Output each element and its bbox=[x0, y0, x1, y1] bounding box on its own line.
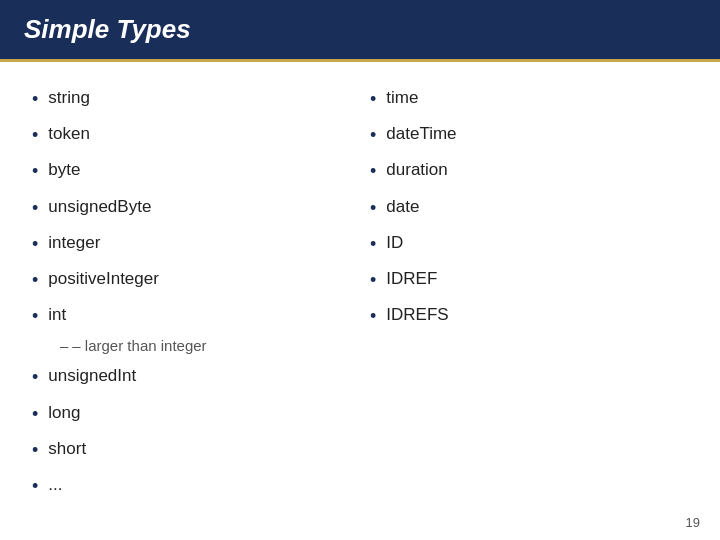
bullet-icon: • bbox=[32, 474, 38, 499]
list-item: •byte bbox=[32, 158, 350, 184]
right-column: •time•dateTime•duration•date•ID•IDREF•ID… bbox=[370, 86, 688, 516]
bullet-icon: • bbox=[32, 438, 38, 463]
list-item: •long bbox=[32, 401, 350, 427]
bullet-icon: • bbox=[370, 159, 376, 184]
bullet-icon: • bbox=[32, 365, 38, 390]
bullet-icon: • bbox=[370, 196, 376, 221]
bullet-icon: • bbox=[32, 304, 38, 329]
list-item: •positiveInteger bbox=[32, 267, 350, 293]
bullet-icon: • bbox=[32, 123, 38, 148]
list-item: •IDREF bbox=[370, 267, 688, 293]
list-item: •unsignedInt bbox=[32, 364, 350, 390]
bullet-icon: • bbox=[32, 87, 38, 112]
right-bullet-list: •time•dateTime•duration•date•ID•IDREF•ID… bbox=[370, 86, 688, 339]
list-item: •token bbox=[32, 122, 350, 148]
bullet-icon: • bbox=[32, 159, 38, 184]
list-item: •int bbox=[32, 303, 350, 329]
list-item: •date bbox=[370, 195, 688, 221]
slide: Simple Types •string•token•byte•unsigned… bbox=[0, 0, 720, 540]
bullet-icon: • bbox=[370, 87, 376, 112]
bullet-icon: • bbox=[370, 232, 376, 257]
bullet-icon: • bbox=[32, 196, 38, 221]
list-item: •ID bbox=[370, 231, 688, 257]
bullet-icon: • bbox=[370, 268, 376, 293]
note-text: –– larger than integer bbox=[60, 337, 350, 354]
slide-header: Simple Types bbox=[0, 0, 720, 62]
list-item: •unsignedByte bbox=[32, 195, 350, 221]
list-item: •... bbox=[32, 473, 350, 499]
list-item: •string bbox=[32, 86, 350, 112]
left-bullet-list: •string•token•byte•unsignedByte•integer•… bbox=[32, 86, 350, 339]
left-column: •string•token•byte•unsignedByte•integer•… bbox=[32, 86, 350, 516]
list-item: •IDREFS bbox=[370, 303, 688, 329]
slide-content: •string•token•byte•unsignedByte•integer•… bbox=[0, 62, 720, 540]
list-item: •dateTime bbox=[370, 122, 688, 148]
bullet-icon: • bbox=[32, 232, 38, 257]
list-item: •integer bbox=[32, 231, 350, 257]
page-number: 19 bbox=[686, 515, 700, 530]
slide-title: Simple Types bbox=[24, 14, 696, 45]
list-item: •short bbox=[32, 437, 350, 463]
extra-bullet-list: •unsignedInt•long•short•... bbox=[32, 364, 350, 509]
bullet-icon: • bbox=[370, 123, 376, 148]
list-item: •duration bbox=[370, 158, 688, 184]
bullet-icon: • bbox=[370, 304, 376, 329]
list-item: •time bbox=[370, 86, 688, 112]
bullet-icon: • bbox=[32, 268, 38, 293]
bullet-icon: • bbox=[32, 402, 38, 427]
